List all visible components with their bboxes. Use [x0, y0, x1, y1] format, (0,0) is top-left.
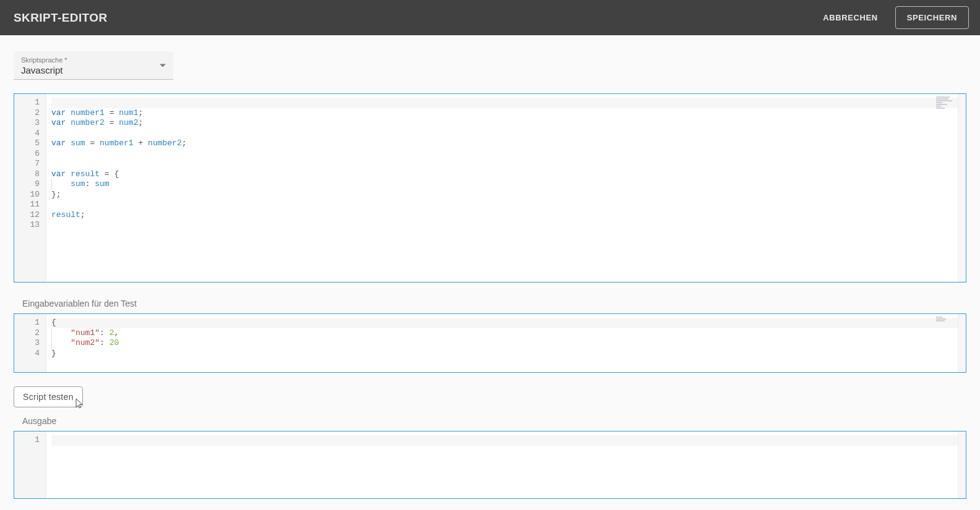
- output-editor[interactable]: 1: [14, 431, 966, 499]
- scrollbar[interactable]: [958, 431, 966, 498]
- scrollbar[interactable]: [958, 94, 966, 282]
- page-title: SKRIPT-EDITOR: [14, 11, 108, 25]
- input-variables-editor[interactable]: 1234 { "num1": 2, "num2": 20}: [14, 313, 966, 373]
- content-area: Skriptsprache * Javascript 1234567891011…: [0, 35, 980, 499]
- input-editor-gutter: 1234: [14, 314, 46, 372]
- scrollbar[interactable]: [958, 314, 966, 372]
- input-editor-code[interactable]: { "num1": 2, "num2": 20}: [46, 314, 966, 372]
- script-language-select[interactable]: Skriptsprache * Javascript: [14, 51, 173, 80]
- cancel-button[interactable]: ABBRECHEN: [818, 7, 882, 28]
- header-bar: SKRIPT-EDITOR ABBRECHEN SPEICHERN: [0, 0, 980, 35]
- test-script-button[interactable]: Script testen: [14, 386, 83, 407]
- script-editor[interactable]: 12345678910111213 var number1 = num1;var…: [14, 93, 966, 283]
- output-editor-code[interactable]: [46, 431, 966, 498]
- script-language-value: Javascript: [21, 65, 166, 75]
- output-label: Ausgabe: [22, 416, 966, 426]
- input-variables-label: Eingabevariablen für den Test: [22, 299, 966, 308]
- script-language-label: Skriptsprache *: [21, 56, 166, 64]
- caret-down-icon: [160, 64, 166, 67]
- cursor-icon: [74, 398, 84, 410]
- test-script-button-label: Script testen: [23, 392, 74, 402]
- header-actions: ABBRECHEN SPEICHERN: [818, 6, 969, 29]
- save-button[interactable]: SPEICHERN: [895, 6, 969, 29]
- output-editor-gutter: 1: [14, 431, 46, 498]
- script-editor-gutter: 12345678910111213: [14, 94, 46, 282]
- script-editor-code[interactable]: var number1 = num1;var number2 = num2;va…: [46, 94, 966, 282]
